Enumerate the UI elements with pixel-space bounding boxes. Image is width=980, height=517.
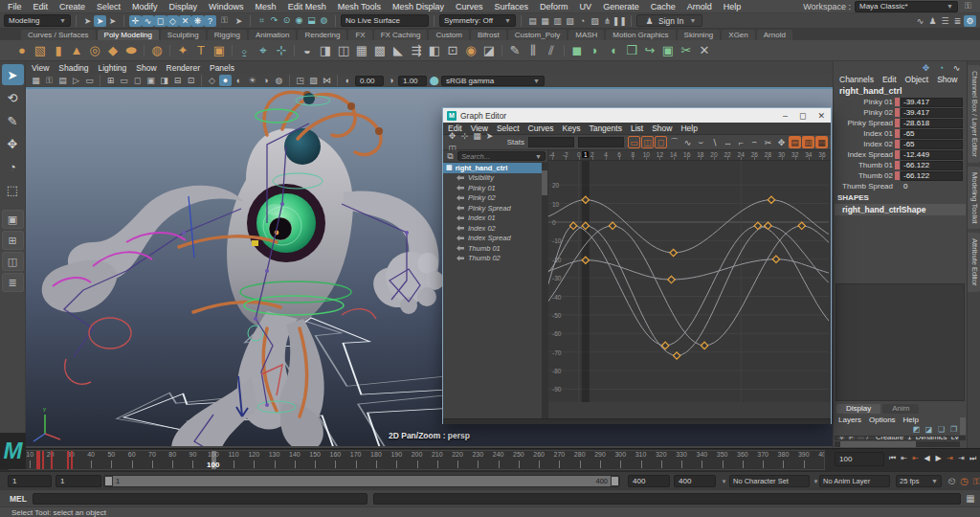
main-menu-cache[interactable]: Cache [651,2,676,11]
break-tangents-icon[interactable]: ✂ [762,136,774,148]
graph-menu-tangents[interactable]: Tangents [589,124,622,133]
tree-channel-thumb-01[interactable]: Thumb 01 [443,243,542,254]
lock-camera-icon[interactable]: ⚿ [43,75,56,86]
render-current-frame-icon[interactable]: ▦ [539,15,551,27]
keyframe-diamond[interactable] [609,222,615,229]
main-menu-create[interactable]: Create [59,2,85,11]
tree-scrollbar[interactable] [542,163,547,418]
wireframe-icon[interactable]: ◇ [206,75,218,86]
anim-prefs-clock-icon[interactable]: ◷ [958,475,970,487]
panel-menu-show[interactable]: Show [136,63,156,73]
type-tool-icon[interactable]: T [192,42,210,59]
ao-icon[interactable]: ◍ [273,75,285,86]
separate-icon[interactable]: ◨ [317,42,334,59]
move-layer-down-icon[interactable]: ◪ [924,425,934,434]
ipr-render-icon[interactable]: ▥ [551,15,564,27]
attribute-editor-button-icon[interactable]: ≣ [951,15,964,27]
open-render-view-icon[interactable]: ▤ [526,15,539,27]
lock-selection-icon[interactable]: ⚿ [218,15,231,27]
shelf-tab-custom-poly[interactable]: Custom_Poly [508,30,568,40]
layer-menu-layers[interactable]: Layers [838,416,861,424]
play-forward-button[interactable]: ▶ [933,452,944,464]
main-menu-surfaces[interactable]: Surfaces [495,2,529,11]
main-menu-mesh-tools[interactable]: Mesh Tools [338,2,381,11]
smooth-icon[interactable]: ▦ [353,42,370,59]
make-live-icon[interactable]: ◍ [318,14,330,26]
shelf-tab-fx-caching[interactable]: FX Caching [374,30,428,40]
step-forward-key-button[interactable]: ⇥ [945,452,955,464]
channel-value-field[interactable]: -28.618 [901,119,963,128]
four-pane-layout[interactable]: ⊞ [2,231,24,250]
normalized-view-icon[interactable]: ▦ [815,136,828,148]
snap-point-icon[interactable]: ⊙ [280,14,293,26]
layer-row-creature-1-dynamics-lyr[interactable]: VP╱Creature_1_Dynamics_Lyr [835,436,959,440]
mask-surfaces-icon[interactable]: ◻ [154,15,167,27]
step-back-key-button[interactable]: ⇤ [910,452,921,464]
workspace-lock-icon[interactable]: ⚿ [962,1,974,12]
select-keys-icon[interactable]: ➤ [483,130,496,143]
main-menu-curves[interactable]: Curves [456,2,483,11]
frame-playback-icon[interactable]: ◻ [655,136,667,148]
tree-channel-index-01[interactable]: Index 01 [443,214,542,224]
subdiv-icon[interactable]: ▩ [371,42,389,59]
bevel-icon[interactable]: ◣ [390,42,407,59]
safe-title-icon[interactable]: ⊡ [185,75,197,86]
poly-torus-icon[interactable]: ◎ [86,42,103,59]
keyframe-diamond[interactable] [701,342,707,348]
gate-mask-icon[interactable]: ▣ [145,75,157,86]
command-line-language-toggle[interactable]: MEL [10,494,34,504]
free-point-icon[interactable]: ⌖ [255,42,272,59]
main-menu-modify[interactable]: Modify [132,2,158,11]
range-end-handle[interactable] [611,476,619,486]
plateau-tangent-icon[interactable]: ⌢ [748,136,761,148]
safe-action-icon[interactable]: ⊟ [171,75,184,86]
speed-state-icon[interactable]: ◔ [935,62,947,74]
graph-menu-list[interactable]: List [631,124,643,133]
poly-plane-icon[interactable]: ◆ [104,42,122,59]
main-menu-mesh[interactable]: Mesh [256,2,277,11]
range-slider[interactable]: 1 400 [103,475,620,487]
manipulator-icon[interactable]: ✥ [920,62,932,74]
channel-value-field[interactable]: -66.122 [901,161,963,170]
channel-value-field[interactable]: -65 [901,129,963,139]
channel-box-menu-channels[interactable]: Channels [839,75,874,84]
shelf-tab-skinning[interactable]: Skinning [678,30,721,40]
multi-cut-icon[interactable]: ✎ [506,42,523,59]
merge-verts-icon[interactable]: ◗ [587,42,604,59]
move-layer-up-icon[interactable]: ◩ [911,425,922,434]
range-start-handle[interactable] [104,476,113,486]
camera-attributes-icon[interactable]: ▤ [56,75,69,86]
exposure-field[interactable]: 0.00 [355,76,384,86]
shaded-icon[interactable]: ● [219,75,232,86]
layer-menu-help[interactable]: Help [903,416,919,424]
single-pane-layout[interactable]: ▣ [2,210,24,229]
playback-end-field[interactable]: 400 [628,475,670,487]
mask-dynamics-icon[interactable]: ❋ [191,15,204,27]
step-tangent-icon[interactable]: ⌐ [735,136,747,148]
field-chart-icon[interactable]: ◨ [158,75,170,86]
channel-box-menu-show[interactable]: Show [937,75,957,84]
svg-tool-icon[interactable]: ▣ [211,42,228,59]
tree-channel-pinky-01[interactable]: Pinky 01 [443,183,542,193]
lattice-deform-keys-icon[interactable]: ▦ [471,130,483,143]
gamma-field[interactable]: 1.00 [398,76,427,86]
tree-channel-visibility[interactable]: Visibility [443,173,542,184]
keyframe-diamond[interactable] [673,352,679,359]
tree-root-right-hand-ctrl[interactable]: ▦right_hand_ctrl [443,163,542,173]
workspace-selector[interactable]: Maya Classic*▼ [855,1,958,12]
anim-curve-index-01[interactable] [548,226,829,346]
channel-value-field[interactable]: -39.417 [901,98,963,107]
insert-edge-loop-icon[interactable]: ⫼ [524,42,542,59]
keyframe-diamond[interactable] [668,276,675,282]
select-hierarchy-icon[interactable]: ➤ [81,15,94,27]
tool-settings-icon[interactable]: ⚙ [964,15,976,27]
keyframe-diamond[interactable] [670,249,677,256]
transfer-attrs-icon[interactable]: ↪ [641,42,658,59]
fps-selector[interactable]: 25 fps▼ [896,475,942,487]
snap-plane-icon[interactable]: ⬓ [305,14,318,26]
poly-cone-icon[interactable]: ▲ [68,42,85,59]
animation-curves-svg[interactable] [548,161,829,402]
mask-deformations-icon[interactable]: ◇ [167,15,179,27]
wheel-icon[interactable]: ◉ [462,42,479,59]
main-menu-display[interactable]: Display [169,2,198,11]
